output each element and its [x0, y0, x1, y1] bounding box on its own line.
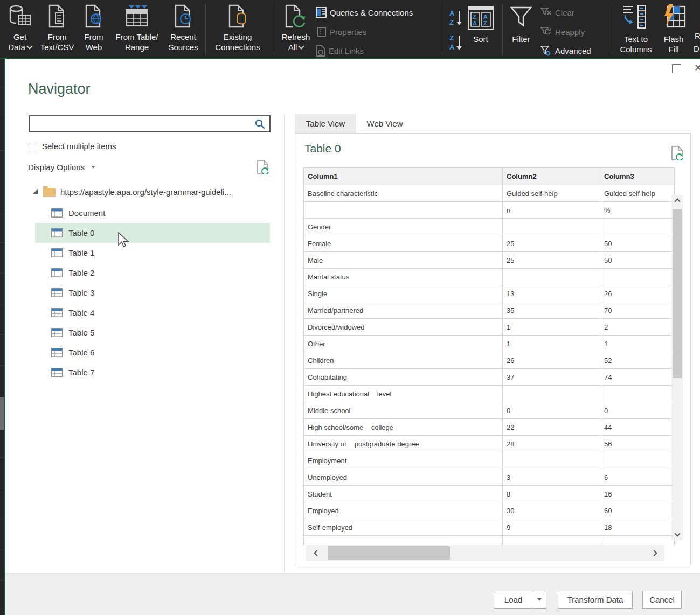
scroll-up-button[interactable] [671, 195, 683, 208]
table-cell: 74 [600, 369, 675, 386]
column-header-1: Column1 [304, 168, 503, 185]
table-row: Employed3060 [304, 502, 675, 519]
table-cell: 60 [600, 502, 675, 519]
tree-item-document[interactable]: Document [35, 203, 270, 223]
existing-connections-button[interactable]: Existing Connections [211, 4, 264, 52]
table-cell: 26 [600, 285, 675, 302]
refresh-preview-icon[interactable] [257, 160, 269, 177]
table-cell: 9 [503, 519, 600, 536]
get-data-label-1: Get [13, 32, 26, 41]
search-box[interactable] [29, 115, 271, 132]
table-cell: Unemployed [304, 469, 503, 486]
tree-root-url[interactable]: https://apastyle.apa.org/style-grammar-g… [60, 187, 231, 197]
excel-ribbon: Get Data From Text/CSV From Web [0, 0, 700, 58]
display-options-label: Display Options [28, 163, 85, 172]
folder-icon [43, 188, 56, 197]
table-row: Baseline characteristicGuided self-helpG… [304, 185, 675, 202]
scroll-left-button[interactable] [310, 545, 324, 561]
tree-item-table-1[interactable]: Table 1 [35, 243, 270, 263]
tree-item-table-3[interactable]: Table 3 [35, 283, 270, 303]
preview-table-body: Baseline characteristicGuided self-helpG… [304, 185, 675, 546]
svg-text:A: A [449, 9, 455, 17]
advanced-filter-button[interactable]: Advanced [540, 45, 591, 57]
scroll-right-button[interactable] [647, 545, 661, 561]
load-dropdown-button[interactable] [532, 591, 546, 609]
vertical-scrollbar[interactable] [671, 195, 683, 540]
sort-ascending-button[interactable]: A Z [448, 9, 465, 30]
table-cell [503, 269, 600, 285]
select-multiple-checkbox[interactable] [29, 143, 37, 151]
refresh-all-button[interactable]: Refresh All [279, 4, 313, 52]
tree-item-table-2[interactable]: Table 2 [35, 263, 270, 283]
table-row [304, 536, 675, 546]
tree-item-table-0[interactable]: Table 0 [35, 223, 270, 243]
table-cell: 70 [600, 302, 675, 319]
from-table-label-2: Range [125, 43, 149, 52]
load-button[interactable]: Load [494, 591, 533, 609]
recent-sources-button[interactable]: Recent Sources [166, 4, 200, 52]
table-cell: Other [304, 336, 503, 352]
clear-filter-button: Clear [540, 7, 574, 18]
tree-item-table-6[interactable]: Table 6 [35, 343, 270, 362]
table-cell: 50 [600, 252, 675, 269]
expand-collapse-icon[interactable] [33, 188, 38, 194]
reapply-filter-icon [540, 26, 552, 37]
horizontal-scroll-thumb[interactable] [328, 546, 450, 560]
table-cell: 52 [600, 352, 675, 369]
existing-label-1: Existing [224, 32, 252, 41]
refresh-table-icon[interactable] [671, 146, 684, 163]
scroll-down-button[interactable] [671, 527, 683, 540]
tree-item-table-7[interactable]: Table 7 [35, 362, 270, 382]
table-cell [503, 386, 600, 402]
close-icon[interactable]: ✕ [694, 62, 700, 74]
svg-text:Z: Z [473, 13, 476, 20]
tree-item-table-5[interactable]: Table 5 [35, 323, 270, 343]
from-text-label-1: From [48, 32, 67, 41]
dialog-title: Navigator [28, 81, 91, 97]
sort-button[interactable]: Z A A Z Sort [466, 5, 496, 44]
from-web-button[interactable]: From Web [79, 4, 109, 52]
sort-descending-button[interactable]: Z A [448, 33, 465, 55]
flash-fill-button[interactable]: Flash Fill [659, 3, 689, 54]
search-input[interactable] [30, 118, 255, 130]
get-data-button[interactable]: Get Data [4, 4, 36, 52]
clear-filter-icon [540, 7, 552, 18]
filter-button[interactable]: Filter [507, 5, 536, 44]
tree-item-label: Table 1 [68, 248, 94, 257]
mouse-cursor [116, 232, 129, 251]
table-cell: 56 [600, 436, 675, 452]
refresh-all-label-1: Refresh [282, 32, 310, 41]
transform-data-button[interactable]: Transform Data [558, 591, 633, 609]
tab-table-view[interactable]: Table View [295, 114, 356, 134]
from-text-csv-button[interactable]: From Text/CSV [38, 4, 77, 52]
table-cell: 25 [503, 252, 600, 269]
tab-web-view[interactable]: Web View [356, 114, 413, 134]
tree-item-label: Table 0 [68, 228, 94, 237]
text-to-columns-button[interactable]: Text to Columns [619, 3, 653, 54]
table-cell [600, 386, 675, 402]
horizontal-scrollbar[interactable] [306, 545, 664, 561]
properties-label: Properties [330, 27, 366, 37]
queries-connections-button[interactable]: Queries & Connections [316, 7, 413, 18]
maximize-button[interactable] [672, 64, 681, 73]
from-table-range-button[interactable]: From Table/ Range [111, 4, 163, 52]
tree-item-table-4[interactable]: Table 4 [35, 303, 270, 323]
table-row: University or postgraduate degree2856 [304, 436, 675, 452]
table-cell: 3 [503, 469, 600, 486]
truncated-button-label-1: R [695, 31, 700, 40]
table-cell: 1 [503, 336, 600, 352]
table-cell: Female [304, 235, 503, 252]
cancel-button[interactable]: Cancel [642, 591, 682, 609]
tree-item-label: Table 7 [68, 368, 94, 377]
tree-item-label: Table 2 [68, 268, 94, 277]
queries-connections-label: Queries & Connections [330, 8, 413, 17]
svg-text:Z: Z [449, 18, 454, 26]
svg-text:Z: Z [449, 34, 454, 42]
caret-down-icon [91, 166, 95, 169]
text-to-columns-icon [619, 3, 653, 32]
display-options-dropdown[interactable]: Display Options [28, 163, 95, 172]
vertical-scroll-thumb[interactable] [673, 209, 682, 378]
search-icon[interactable] [255, 119, 265, 129]
table-icon [51, 248, 63, 257]
table-cell: Guided self-help [503, 185, 600, 202]
